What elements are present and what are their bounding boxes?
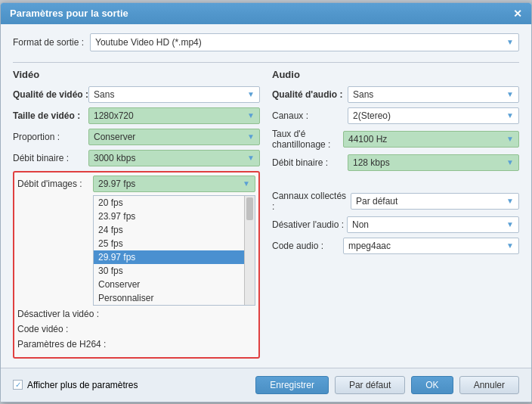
audio-disable-arrow-icon: ▼: [506, 220, 514, 228]
framerate-option-personnaliser[interactable]: Personnaliser: [94, 291, 244, 305]
audio-disable-value: Non: [352, 219, 369, 230]
video-codec-row: Code vidéo :: [17, 324, 255, 334]
audio-channels-value: 2(Stereo): [353, 110, 391, 121]
format-arrow-icon: ▼: [506, 38, 514, 46]
framerate-option-2397fps[interactable]: 23.97 fps: [94, 210, 244, 223]
audio-codec-arrow-icon: ▼: [506, 241, 514, 250]
dialog-footer: ✓ Afficher plus de paramètres Enregistre…: [1, 368, 531, 402]
audio-quality-select[interactable]: Sans ▼: [348, 86, 519, 103]
columns-container: Vidéo Qualité de vidéo : Sans ▼ Taille d…: [13, 69, 519, 359]
video-quality-label: Qualité de vidéo :: [13, 89, 88, 100]
format-row: Format de sortie : Youtube Video HD (*.m…: [13, 33, 519, 51]
highlighted-framerate-section: Débit d'images : 29.97 fps ▼ 20 fps 23.9…: [13, 171, 260, 359]
video-proportion-row: Proportion : Conserver ▼: [13, 129, 260, 145]
audio-codec-select[interactable]: mpeg4aac ▼: [343, 238, 519, 254]
audio-quality-arrow-icon: ▼: [506, 90, 514, 98]
audio-channels-row: Canaux : 2(Stereo) ▼: [272, 107, 519, 124]
audio-disable-label: Désativer l'audio :: [272, 219, 344, 230]
dialog-title-text: Paramètres pour la sortie: [10, 8, 128, 19]
show-more-label: Afficher plus de paramètres: [27, 380, 138, 390]
framerate-scroll-thumb: [246, 197, 253, 220]
audio-collected-label: Cannaux collectés :: [272, 191, 348, 212]
audio-section-title: Audio: [272, 69, 519, 80]
video-h264-label: Paramètres de H264 :: [17, 339, 106, 350]
video-disable-label: Désactiver la vidéo :: [17, 309, 99, 319]
framerate-option-conserver[interactable]: Conserver: [94, 278, 244, 291]
footer-left: ✓ Afficher plus de paramètres: [13, 380, 138, 390]
audio-codec-value: mpeg4aac: [348, 241, 391, 251]
framerate-option-30fps[interactable]: 30 fps: [94, 264, 244, 278]
dialog-body: Format de sortie : Youtube Video HD (*.m…: [1, 24, 531, 368]
video-size-arrow-icon: ▼: [247, 111, 255, 120]
video-size-row: Taille de vidéo : 1280x720 ▼: [13, 107, 260, 124]
framerate-option-24fps[interactable]: 24 fps: [94, 223, 244, 237]
audio-samplerate-select[interactable]: 44100 Hz ▼: [343, 131, 519, 148]
video-proportion-arrow-icon: ▼: [247, 132, 255, 141]
video-framerate-select[interactable]: 29.97 fps ▼: [93, 176, 255, 192]
audio-quality-value: Sans: [353, 89, 373, 100]
video-framerate-arrow-icon: ▼: [243, 179, 250, 188]
framerate-option-20fps[interactable]: 20 fps: [94, 196, 244, 210]
framerate-options-list: 20 fps 23.97 fps 24 fps 25 fps 29.97 fps…: [94, 196, 244, 305]
framerate-option-25fps[interactable]: 25 fps: [94, 237, 244, 250]
audio-disable-row: Désativer l'audio : Non ▼: [272, 216, 519, 233]
video-h264-row: Paramètres de H264 :: [17, 339, 255, 350]
audio-collected-value: Par défaut: [356, 196, 397, 207]
framerate-dropdown-panel: 20 fps 23.97 fps 24 fps 25 fps 29.97 fps…: [93, 195, 255, 306]
video-quality-row: Qualité de vidéo : Sans ▼: [13, 86, 260, 103]
audio-channels-select[interactable]: 2(Stereo) ▼: [348, 107, 519, 124]
save-button[interactable]: Enregistrer: [255, 376, 329, 394]
audio-samplerate-row: Taux d'é chantillonage : 44100 Hz ▼: [272, 129, 519, 150]
audio-bitrate-value: 128 kbps: [353, 157, 390, 168]
audio-collected-arrow-icon: ▼: [506, 197, 514, 205]
audio-codec-label: Code audio :: [272, 241, 340, 251]
video-size-label: Taille de vidéo :: [13, 110, 88, 121]
audio-codec-row: Code audio : mpeg4aac ▼: [272, 238, 519, 254]
framerate-scrollbar[interactable]: [244, 196, 255, 305]
video-proportion-value: Conserver: [94, 132, 135, 142]
audio-bitrate-arrow-icon: ▼: [506, 158, 514, 166]
video-disable-row: Désactiver la vidéo :: [17, 309, 255, 319]
video-proportion-label: Proportion :: [13, 132, 88, 142]
video-bitrate-label: Débit binaire :: [13, 153, 88, 163]
video-section-title: Vidéo: [13, 69, 260, 80]
video-framerate-row: Débit d'images : 29.97 fps ▼: [17, 176, 255, 192]
video-size-value: 1280x720: [94, 110, 134, 121]
ok-button[interactable]: OK: [411, 376, 453, 394]
audio-samplerate-value: 44100 Hz: [348, 134, 387, 145]
show-more-checkbox[interactable]: ✓: [13, 380, 23, 390]
audio-collected-row: Cannaux collectés : Par défaut ▼: [272, 191, 519, 212]
audio-channels-label: Canaux :: [272, 110, 348, 121]
audio-quality-row: Qualité d'audio : Sans ▼: [272, 86, 519, 103]
dialog-window: Paramètres pour la sortie ✕ Format de so…: [0, 2, 532, 402]
audio-collected-select[interactable]: Par défaut ▼: [351, 193, 519, 210]
audio-bitrate-label: Débit binaire :: [272, 157, 348, 168]
video-bitrate-value: 3000 kbps: [94, 153, 135, 163]
audio-channels-arrow-icon: ▼: [506, 111, 514, 120]
footer-buttons: Enregistrer Par défaut OK Annuler: [255, 376, 519, 394]
video-column: Vidéo Qualité de vidéo : Sans ▼ Taille d…: [13, 69, 260, 359]
framerate-dropdown-list: 20 fps 23.97 fps 24 fps 25 fps 29.97 fps…: [93, 195, 255, 306]
format-value: Youtube Video HD (*.mp4): [95, 37, 202, 48]
video-proportion-select[interactable]: Conserver ▼: [88, 129, 260, 145]
format-select[interactable]: Youtube Video HD (*.mp4) ▼: [90, 33, 519, 51]
audio-bitrate-select[interactable]: 128 kbps ▼: [348, 154, 519, 171]
video-bitrate-row: Débit binaire : 3000 kbps ▼: [13, 150, 260, 166]
framerate-option-2997fps[interactable]: 29.97 fps: [94, 250, 244, 264]
audio-quality-label: Qualité d'audio :: [272, 89, 348, 100]
audio-bitrate-row: Débit binaire : 128 kbps ▼: [272, 154, 519, 171]
video-quality-select[interactable]: Sans ▼: [88, 86, 260, 103]
format-label: Format de sortie :: [13, 37, 84, 48]
video-bitrate-select[interactable]: 3000 kbps ▼: [88, 150, 260, 166]
video-size-select[interactable]: 1280x720 ▼: [88, 107, 260, 124]
audio-samplerate-label: Taux d'é chantillonage :: [272, 129, 340, 150]
audio-column: Audio Qualité d'audio : Sans ▼ Canaux : …: [272, 69, 519, 359]
video-codec-label: Code vidéo :: [17, 324, 93, 334]
audio-disable-select[interactable]: Non ▼: [347, 216, 519, 233]
close-icon[interactable]: ✕: [513, 8, 522, 20]
video-framerate-value: 29.97 fps: [98, 179, 135, 189]
default-button[interactable]: Par défaut: [335, 376, 405, 394]
video-framerate-label: Débit d'images :: [17, 179, 93, 189]
cancel-button[interactable]: Annuler: [459, 376, 519, 394]
video-bitrate-arrow-icon: ▼: [247, 154, 255, 162]
